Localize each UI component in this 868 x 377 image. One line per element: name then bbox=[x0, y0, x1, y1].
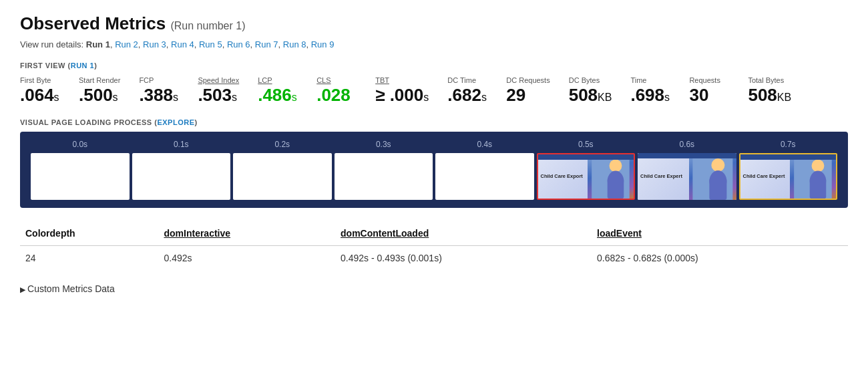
vplp-time-2: 0.2s bbox=[274, 140, 290, 149]
metric-item-6: TBT≥ .000s bbox=[375, 76, 429, 105]
run-link-8[interactable]: Run 8 bbox=[283, 39, 306, 49]
vplp-container: 0.0s0.1s0.2s0.3s0.4s0.5sChild Care Expor… bbox=[20, 132, 848, 208]
metric-value-12: 508KB bbox=[748, 86, 791, 105]
metric-value-1: .500s bbox=[79, 86, 120, 105]
vplp-time-7: 0.7s bbox=[781, 140, 796, 149]
frame-text-6: Child Care Expert bbox=[640, 173, 692, 179]
metric-label-1: Start Render bbox=[79, 76, 120, 84]
vplp-time-1: 0.1s bbox=[174, 140, 189, 149]
vplp-column-7: 0.7sChild Care Expert bbox=[739, 140, 838, 200]
vplp-frame-1[interactable] bbox=[132, 153, 231, 200]
svg-point-9 bbox=[812, 159, 825, 172]
metric-item-12: Total Bytes508KB bbox=[748, 76, 791, 105]
vplp-column-5: 0.5sChild Care Export bbox=[537, 140, 636, 200]
metric-item-0: First Byte.064s bbox=[20, 76, 60, 105]
metric-label-5[interactable]: CLS bbox=[316, 76, 357, 84]
custom-metrics-toggle[interactable]: Custom Metrics Data bbox=[20, 283, 115, 294]
metric-item-11: Requests30 bbox=[689, 76, 729, 105]
vplp-column-3: 0.3s bbox=[335, 140, 433, 200]
run-details: View run details: Run 1, Run 2, Run 3, R… bbox=[20, 39, 848, 49]
run-link-9[interactable]: Run 9 bbox=[311, 39, 335, 49]
run-label: (Run number 1) bbox=[170, 20, 245, 31]
vplp-frame-2[interactable] bbox=[233, 153, 332, 200]
metric-label-9: DC Bytes bbox=[569, 76, 612, 84]
frame-text-5: Child Care Export bbox=[541, 173, 591, 179]
vplp-time-5: 0.5s bbox=[578, 140, 594, 149]
vplp-column-6: 0.6sChild Care Expert bbox=[638, 140, 736, 200]
metric-label-6[interactable]: TBT bbox=[375, 76, 429, 84]
metric-label-12: Total Bytes bbox=[748, 76, 791, 84]
metric-label-11: Requests bbox=[689, 76, 729, 84]
run-link-5[interactable]: Run 5 bbox=[199, 39, 222, 49]
run-link-7[interactable]: Run 7 bbox=[255, 39, 278, 49]
vplp-column-1: 0.1s bbox=[132, 140, 231, 200]
vplp-frame-7[interactable]: Child Care Expert bbox=[739, 153, 838, 200]
run-link-2[interactable]: Run 2 bbox=[115, 39, 138, 49]
vplp-label: VISUAL PAGE LOADING PROCESS (EXPLORE) bbox=[20, 118, 848, 126]
vplp-column-2: 0.2s bbox=[233, 140, 332, 200]
table-header-1[interactable]: domInteractive bbox=[158, 221, 335, 246]
svg-rect-7 bbox=[709, 178, 726, 200]
metric-item-5: CLS.028 bbox=[316, 76, 357, 105]
current-run: Run 1 bbox=[86, 39, 110, 49]
page-title: Observed Metrics (Run number 1) bbox=[20, 13, 848, 34]
vplp-frame-0[interactable] bbox=[31, 153, 130, 200]
data-table: ColordepthdomInteractivedomContentLoaded… bbox=[20, 221, 848, 270]
vplp-time-0: 0.0s bbox=[72, 140, 87, 149]
metric-value-5: .028 bbox=[316, 86, 357, 105]
metric-item-10: Time.698s bbox=[630, 76, 670, 105]
first-view-label: FIRST VIEW (RUN 1) bbox=[20, 61, 848, 70]
metric-label-2: FCP bbox=[139, 76, 179, 84]
metric-item-7: DC Time.682s bbox=[447, 76, 487, 105]
metric-label-4[interactable]: LCP bbox=[258, 76, 298, 84]
table-cell-0-1: 0.492s bbox=[158, 245, 335, 270]
vplp-frame-5[interactable]: Child Care Export bbox=[537, 153, 636, 200]
run-link-4[interactable]: Run 4 bbox=[171, 39, 194, 49]
custom-metrics: Custom Metrics Data bbox=[20, 283, 848, 294]
metrics-row: First Byte.064sStart Render.500sFCP.388s… bbox=[20, 76, 848, 105]
metric-item-8: DC Requests29 bbox=[506, 76, 550, 105]
vplp-frame-6[interactable]: Child Care Expert bbox=[638, 153, 736, 200]
frame-text-7: Child Care Expert bbox=[743, 173, 793, 179]
metric-value-8: 29 bbox=[506, 86, 550, 105]
metric-value-0: .064s bbox=[20, 86, 60, 105]
table-row-0: 240.492s0.492s - 0.493s (0.001s)0.682s -… bbox=[20, 245, 848, 270]
svg-point-5 bbox=[711, 158, 724, 172]
metric-item-9: DC Bytes508KB bbox=[569, 76, 612, 105]
metric-item-4: LCP.486s bbox=[258, 76, 298, 105]
metric-item-1: Start Render.500s bbox=[79, 76, 120, 105]
metric-value-10: .698s bbox=[630, 86, 670, 105]
metric-value-7: .682s bbox=[447, 86, 487, 105]
table-header-3[interactable]: loadEvent bbox=[592, 221, 848, 246]
metric-label-7: DC Time bbox=[447, 76, 487, 84]
run-link-6[interactable]: Run 6 bbox=[227, 39, 250, 49]
metric-value-4: .486s bbox=[258, 86, 298, 105]
vplp-time-4: 0.4s bbox=[477, 140, 492, 149]
run-link-3[interactable]: Run 3 bbox=[143, 39, 166, 49]
vplp-time-6: 0.6s bbox=[679, 140, 694, 149]
vplp-frame-3[interactable] bbox=[335, 153, 433, 200]
svg-rect-3 bbox=[608, 178, 624, 198]
metric-item-2: FCP.388s bbox=[139, 76, 179, 105]
metric-label-0: First Byte bbox=[20, 76, 60, 84]
metric-label-8: DC Requests bbox=[506, 76, 550, 84]
table-header-0: Colordepth bbox=[20, 221, 158, 246]
metric-label-3[interactable]: Speed Index bbox=[198, 76, 239, 84]
table-cell-0-0: 24 bbox=[20, 245, 158, 270]
metric-value-3: .503s bbox=[198, 86, 239, 105]
first-view-run-link[interactable]: RUN 1 bbox=[71, 61, 95, 70]
vplp-frame-4[interactable] bbox=[435, 153, 534, 200]
vplp-timeline: 0.0s0.1s0.2s0.3s0.4s0.5sChild Care Expor… bbox=[31, 140, 837, 200]
metric-value-2: .388s bbox=[139, 86, 179, 105]
metric-value-6: ≥ .000s bbox=[375, 86, 429, 105]
table-cell-0-2: 0.492s - 0.493s (0.001s) bbox=[335, 245, 592, 270]
metric-value-11: 30 bbox=[689, 86, 729, 105]
metric-value-9: 508KB bbox=[569, 86, 612, 105]
svg-point-1 bbox=[610, 159, 622, 172]
metric-label-10: Time bbox=[630, 76, 670, 84]
svg-rect-11 bbox=[810, 178, 827, 198]
table-header-2[interactable]: domContentLoaded bbox=[335, 221, 592, 246]
vplp-column-4: 0.4s bbox=[435, 140, 534, 200]
vplp-explore-link[interactable]: EXPLORE bbox=[157, 118, 194, 126]
table-cell-0-3: 0.682s - 0.682s (0.000s) bbox=[592, 245, 848, 270]
